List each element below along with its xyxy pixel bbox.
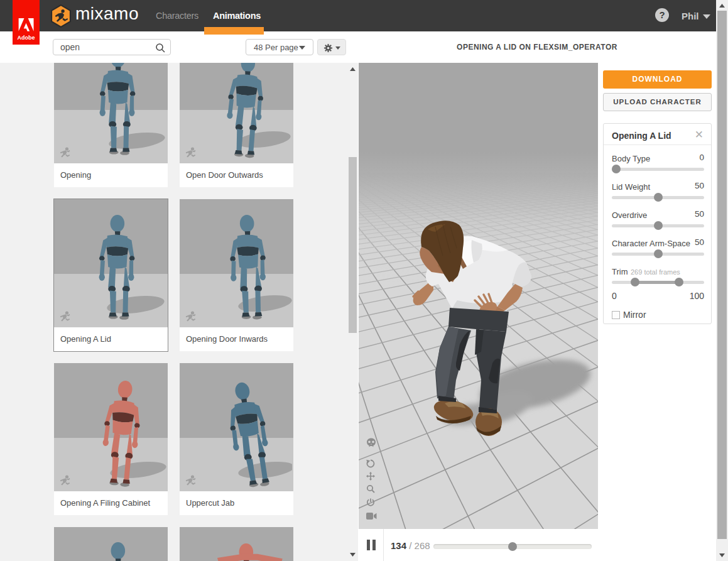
svg-text:Adobe: Adobe <box>18 35 35 41</box>
